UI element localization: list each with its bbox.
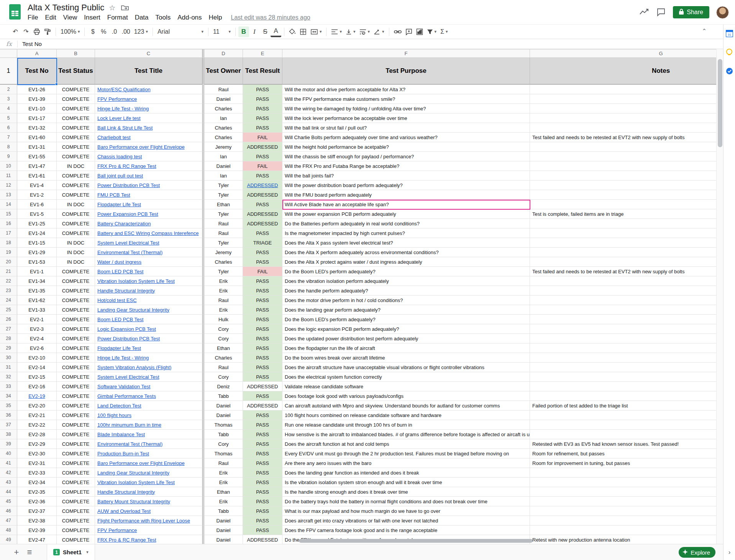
cell-A37[interactable]: EV2-22 xyxy=(17,420,57,430)
cell-D41[interactable]: Raul xyxy=(204,458,243,468)
row-number-37[interactable]: 37 xyxy=(0,420,17,430)
cell-F22[interactable]: Does the vibration isolation perform ade… xyxy=(282,276,530,286)
cell-F14[interactable]: Will Active Blade have an acceptable lif… xyxy=(282,200,530,209)
cell-C40[interactable]: Production Burn-in Test xyxy=(95,449,202,458)
cell-G44[interactable] xyxy=(530,487,716,497)
row-number-40[interactable]: 40 xyxy=(0,449,17,458)
cell-B40[interactable]: COMPLETE xyxy=(57,449,95,458)
cell-A34[interactable]: EV2-19 xyxy=(17,391,57,401)
cell-D6[interactable]: Charles xyxy=(204,123,243,133)
cell-D15[interactable]: Tyler xyxy=(204,209,243,219)
row-number-4[interactable]: 4 xyxy=(0,104,17,113)
cell-G46[interactable] xyxy=(530,506,716,516)
cell-D7[interactable]: Charles xyxy=(204,133,243,142)
cell-B25[interactable]: COMPLETE xyxy=(57,305,95,315)
cell-A26[interactable]: EV2-1 xyxy=(17,315,57,324)
column-header-A[interactable]: A xyxy=(17,49,57,58)
cell-B45[interactable]: COMPLETE xyxy=(57,497,95,506)
cell-C2[interactable]: Motor/ESC Qualification xyxy=(95,85,202,94)
header-cell-B1[interactable]: Test Status xyxy=(57,58,95,85)
cell-F44[interactable]: Is the handle strong enough and does it … xyxy=(282,487,530,497)
row-number-46[interactable]: 46 xyxy=(0,506,17,516)
cell-D28[interactable]: Cory xyxy=(204,334,243,343)
row-number-42[interactable]: 42 xyxy=(0,468,17,478)
cell-C38[interactable]: Blade Imbalance Test xyxy=(95,430,202,439)
cell-B19[interactable]: IN DOC xyxy=(57,248,95,257)
cell-G41[interactable]: Room for improvement in tuning, but pass… xyxy=(530,458,716,468)
cell-E5[interactable]: PASS xyxy=(243,113,282,123)
cell-G43[interactable] xyxy=(530,478,716,487)
cell-B13[interactable]: COMPLETE xyxy=(57,190,95,200)
cell-C19[interactable]: Environmental Test (Thermal) xyxy=(95,248,202,257)
cell-B31[interactable]: COMPLETE xyxy=(57,363,95,372)
cell-F23[interactable]: Does the handle perform adequately? xyxy=(282,286,530,296)
cell-E45[interactable]: PASS xyxy=(243,497,282,506)
cell-D29[interactable]: Ethan xyxy=(204,343,243,353)
cell-B32[interactable]: COMPLETE xyxy=(57,372,95,382)
menu-add-ons[interactable]: Add-ons xyxy=(174,13,205,22)
cell-E6[interactable]: PASS xyxy=(243,123,282,133)
cell-D40[interactable]: Thomas xyxy=(204,449,243,458)
cell-F27[interactable]: Does the logic expansion PCB perform ade… xyxy=(282,324,530,334)
cell-G3[interactable] xyxy=(530,94,716,104)
cell-D14[interactable]: Ethan xyxy=(204,200,243,209)
cell-C39[interactable]: Environmental Test (Thermal) xyxy=(95,439,202,449)
cell-D17[interactable]: Raul xyxy=(204,228,243,238)
cell-B8[interactable]: COMPLETE xyxy=(57,142,95,152)
cell-D13[interactable]: Tyler xyxy=(204,190,243,200)
cell-G24[interactable] xyxy=(530,296,716,305)
row-number-36[interactable]: 36 xyxy=(0,411,17,420)
cell-C7[interactable]: Charliebolt test xyxy=(95,133,202,142)
cell-D33[interactable]: Deniz xyxy=(204,382,243,391)
cell-G21[interactable]: Test failed and needs to be retested at … xyxy=(530,267,716,276)
cell-G47[interactable] xyxy=(530,516,716,526)
cell-A14[interactable]: EV1-6 xyxy=(17,200,57,209)
row-number-45[interactable]: 45 xyxy=(0,497,17,506)
cell-A18[interactable]: EV1-15 xyxy=(17,238,57,248)
cell-D32[interactable]: Cory xyxy=(204,372,243,382)
cell-G23[interactable] xyxy=(530,286,716,296)
cell-B5[interactable]: COMPLETE xyxy=(57,113,95,123)
cell-B41[interactable]: COMPLETE xyxy=(57,458,95,468)
cell-C22[interactable]: Vibration Isolation System Life Test xyxy=(95,276,202,286)
cell-E9[interactable]: PASS xyxy=(243,152,282,161)
cell-D8[interactable]: Jeremy xyxy=(204,142,243,152)
cell-C28[interactable]: Power Distribution PCB Test xyxy=(95,334,202,343)
cell-F12[interactable]: Will the power distribution board perfor… xyxy=(282,181,530,190)
cell-G9[interactable] xyxy=(530,152,716,161)
cell-F13[interactable]: Will the FMU board perform adequately xyxy=(282,190,530,200)
row-number-33[interactable]: 33 xyxy=(0,382,17,391)
header-cell-A1[interactable]: Test No xyxy=(17,58,57,85)
cell-F28[interactable]: Does the updated power distribution test… xyxy=(282,334,530,343)
cell-F17[interactable]: Is the magnetometer impacted by high cur… xyxy=(282,228,530,238)
cell-C13[interactable]: FMU PCB Test xyxy=(95,190,202,200)
cell-F46[interactable]: What is our max payload and how much mar… xyxy=(282,506,530,516)
menu-help[interactable]: Help xyxy=(205,13,226,22)
redo-button[interactable]: ↷ xyxy=(21,26,31,37)
cell-C41[interactable]: Baro Performance over Flight Envelope xyxy=(95,458,202,468)
document-title[interactable]: Alta X Testing Public xyxy=(28,3,104,13)
cell-E11[interactable]: PASS xyxy=(243,171,282,181)
cell-D39[interactable]: Cory xyxy=(204,439,243,449)
cell-D31[interactable]: Raul xyxy=(204,363,243,372)
row-number-2[interactable]: 2 xyxy=(0,85,17,94)
cell-C15[interactable]: Power Expansion PCB Test xyxy=(95,209,202,219)
cell-A20[interactable]: EV1-53 xyxy=(17,257,57,267)
cell-F21[interactable]: Do the Boom LED's perform adequately? xyxy=(282,267,530,276)
cell-F29[interactable]: Does the flopdapter run the life of airc… xyxy=(282,343,530,353)
header-cell-D1[interactable]: Test Owner xyxy=(204,58,243,85)
row-number-31[interactable]: 31 xyxy=(0,363,17,372)
cell-G20[interactable] xyxy=(530,257,716,267)
cell-G8[interactable] xyxy=(530,142,716,152)
cell-A44[interactable]: EV2-35 xyxy=(17,487,57,497)
cell-F36[interactable]: 100 flight hours combined on release can… xyxy=(282,411,530,420)
cell-G45[interactable] xyxy=(530,497,716,506)
cell-C8[interactable]: Baro Performance over Flight Envelope xyxy=(95,142,202,152)
cell-A27[interactable]: EV2-3 xyxy=(17,324,57,334)
cell-G42[interactable] xyxy=(530,468,716,478)
cell-F30[interactable]: Do the boom wires break over aircraft li… xyxy=(282,353,530,363)
merge-cells-button[interactable]: ▾ xyxy=(308,26,324,37)
cell-B24[interactable]: COMPLETE xyxy=(57,296,95,305)
cell-B35[interactable]: COMPLETE xyxy=(57,401,95,411)
cell-A11[interactable]: EV1-61 xyxy=(17,171,57,181)
